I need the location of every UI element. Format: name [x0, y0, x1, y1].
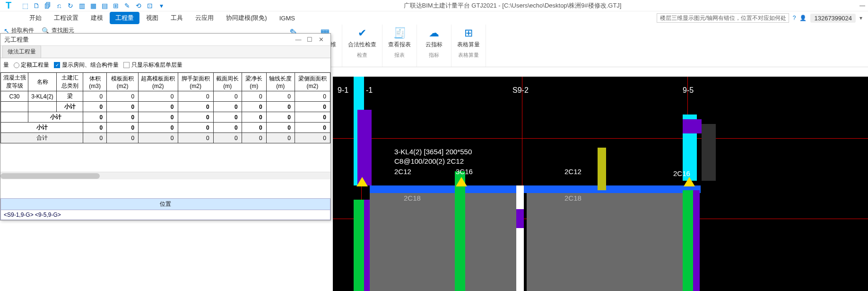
table-icon: ⊞	[461, 26, 476, 40]
window-title: 广联达BIM土建计量平台 GTJ2021 - [C:\Users\echo\De…	[165, 1, 859, 10]
menu-collab[interactable]: 协同建模(限免)	[220, 12, 273, 24]
menu-project-settings[interactable]: 工程设置	[48, 12, 84, 24]
col-perimeter: 截面周长(m)	[213, 73, 242, 91]
group-label-2: 检查	[357, 52, 367, 59]
qa-icon-6[interactable]: ▥	[78, 1, 86, 10]
dropdown-icon[interactable]: ▾	[859, 15, 862, 21]
quantity-panel: 元工程量 — ☐ ✕ 做法工程量 量 定额工程量 ✓显示房间、组合构件量 ✓只显…	[0, 33, 331, 220]
menu-bar: 开始 工程设置 建模 工程量 视图 工具 云应用 协同建模(限免) IGMS ?…	[0, 11, 868, 25]
qa-icon-9[interactable]: ⊞	[112, 1, 120, 10]
qa-icon-7[interactable]: ▦	[89, 1, 97, 10]
check-icon: ✔	[355, 26, 370, 40]
user-avatar-icon[interactable]: 👤	[799, 15, 807, 21]
position-header: 位置	[0, 198, 330, 210]
menu-quantity[interactable]: 工程量	[110, 12, 139, 24]
model-viewport[interactable]: 9-1 -1 S9-2 9-5 3-KL4(2) [3654] 200*550 …	[333, 77, 868, 291]
table-row[interactable]: 小计00000000	[1, 102, 330, 112]
help-search-input[interactable]	[657, 13, 789, 23]
report-icon: 🧾	[392, 26, 407, 40]
help-icon[interactable]: ?	[793, 15, 796, 21]
table-row[interactable]: C303-KL4(2)梁00000000	[1, 91, 330, 102]
beam-label-4b: 2C18	[564, 194, 582, 202]
group-label-3: 报表	[394, 52, 405, 59]
qa-icon-3[interactable]: 🗐	[43, 1, 52, 10]
col-summary-type: 土建汇总类别	[57, 73, 83, 91]
axis-label-9-5: 9-5	[683, 86, 694, 95]
axis-label-1b: -1	[366, 86, 373, 95]
radio-quota[interactable]: 定额工程量	[14, 61, 49, 69]
quantity-table: 混凝土强度等级 名称 土建汇总类别 体积(m3) 模板面积(m2) 超高模板面积…	[0, 72, 330, 143]
panel-minimize-button[interactable]: —	[293, 36, 304, 43]
qa-icon-10[interactable]: ✎	[123, 1, 131, 10]
col-high-formwork: 超高模板面积(m2)	[139, 73, 178, 91]
beam-label-3a: 2C12	[394, 168, 411, 176]
panel-maximize-button[interactable]: ☐	[304, 36, 315, 43]
menu-igms[interactable]: IGMS	[274, 13, 301, 24]
table-calc-button[interactable]: ⊞表格算量	[457, 26, 480, 49]
beam-label-2: C8@100/200(2) 2C12	[394, 157, 464, 165]
radio-quantity[interactable]: 量	[3, 61, 9, 69]
qa-icon-12[interactable]: ⊡	[146, 1, 154, 10]
cloud-icon: ☁	[426, 26, 442, 40]
qa-icon-2[interactable]: 🗋	[32, 1, 41, 10]
axis-label-9-1: 9-1	[338, 86, 348, 95]
axis-label-s9-2: S9-2	[512, 86, 529, 95]
beam-label-3c: 2C12	[564, 168, 582, 176]
scrollbar-thumb[interactable]	[0, 173, 100, 179]
group-label-5: 表格算量	[458, 52, 479, 59]
group-label-4: 指标	[429, 52, 439, 59]
col-scaffold: 脚手架面积(m2)	[178, 73, 213, 91]
view-report-button[interactable]: 🧾查看报表	[388, 26, 411, 49]
app-logo: T	[3, 0, 14, 11]
col-name: 名称	[28, 73, 57, 91]
qa-dropdown-icon[interactable]: ▾	[157, 1, 165, 10]
menu-cloud[interactable]: 云应用	[190, 12, 219, 24]
beam-label-1: 3-KL4(2) [3654] 200*550	[394, 148, 472, 156]
checkbox-on-icon: ✓	[54, 62, 60, 68]
marker-triangle-2	[456, 177, 467, 186]
table-row[interactable]: 合计00000000	[1, 133, 330, 143]
menu-start[interactable]: 开始	[24, 12, 47, 24]
col-volume: 体积(m3)	[83, 73, 107, 91]
marker-triangle-3	[684, 177, 695, 186]
radio-circle-icon	[14, 62, 19, 68]
col-beam-net: 梁净长(m)	[242, 73, 266, 91]
minimize-button[interactable]: —	[859, 2, 865, 9]
beam-label-3d: 2C16	[673, 169, 690, 177]
beam-label-3b: 3C16	[456, 168, 473, 176]
validity-check-button[interactable]: ✔合法性检查	[348, 26, 376, 49]
cloud-index-button[interactable]: ☁云指标	[423, 26, 445, 49]
col-axis-len: 轴线长度(m)	[266, 73, 295, 91]
position-value: <S9-1,9-G> <9-5,9-G>	[0, 210, 330, 220]
user-phone[interactable]: 13267399024	[810, 14, 856, 23]
panel-tab-method[interactable]: 做法工程量	[2, 45, 41, 58]
quick-access-toolbar: ⬚ 🗋 🗐 ⎌ ↻ ▥ ▦ ▤ ⊞ ✎ ⟲ ⊡ ▾	[21, 1, 165, 10]
menu-tools[interactable]: 工具	[165, 12, 189, 24]
qa-icon-5[interactable]: ↻	[66, 1, 75, 10]
menu-view[interactable]: 视图	[140, 12, 164, 24]
check-show-room[interactable]: ✓显示房间、组合构件量	[54, 61, 119, 69]
table-row[interactable]: 小计00000000	[1, 123, 330, 133]
qa-icon-4[interactable]: ⎌	[55, 1, 63, 10]
qa-icon-8[interactable]: ▤	[100, 1, 109, 10]
col-side-area: 梁侧面面积(m2)	[295, 73, 330, 91]
beam-label-4a: 2C18	[404, 194, 421, 202]
checkbox-off-icon: ✓	[123, 62, 130, 68]
title-bar: T ⬚ 🗋 🗐 ⎌ ↻ ▥ ▦ ▤ ⊞ ✎ ⟲ ⊡ ▾ 广联达BIM土建计量平台…	[0, 0, 868, 11]
panel-title: 元工程量	[4, 35, 293, 44]
horizontal-scrollbar[interactable]	[0, 172, 330, 179]
check-standard-floor[interactable]: ✓只显示标准层单层量	[123, 61, 182, 69]
table-row[interactable]: 小计00000000	[1, 112, 330, 123]
marker-triangle-1	[356, 177, 368, 186]
col-concrete: 混凝土强度等级	[1, 73, 28, 91]
col-formwork: 模板面积(m2)	[107, 73, 139, 91]
panel-close-button[interactable]: ✕	[315, 36, 327, 43]
qa-icon-11[interactable]: ⟲	[134, 1, 143, 10]
menu-modeling[interactable]: 建模	[85, 12, 109, 24]
qa-icon-1[interactable]: ⬚	[21, 1, 29, 10]
